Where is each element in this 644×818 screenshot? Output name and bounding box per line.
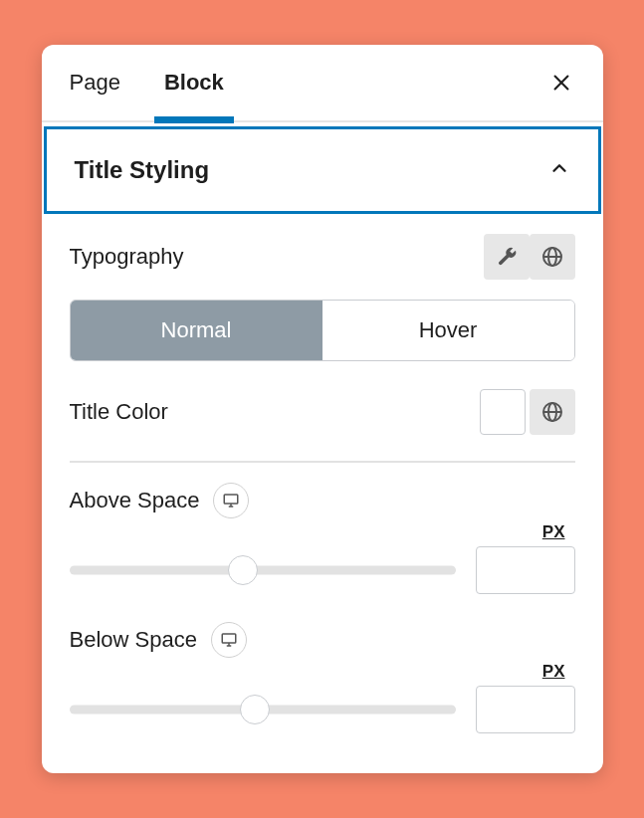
wrench-icon (496, 246, 518, 268)
typography-global-button[interactable] (530, 234, 575, 280)
above-space-slider[interactable] (70, 554, 456, 586)
above-space-unit[interactable]: PX (542, 522, 575, 542)
above-space-control: Above Space PX (70, 483, 575, 594)
segment-hover[interactable]: Hover (322, 301, 574, 360)
slider-thumb[interactable] (240, 695, 270, 724)
globe-icon (540, 245, 564, 269)
slider-thumb[interactable] (228, 555, 258, 585)
above-space-device-button[interactable] (213, 483, 249, 518)
svg-rect-4 (225, 495, 239, 504)
below-space-label: Below Space (70, 627, 197, 653)
typography-settings-button[interactable] (484, 234, 530, 280)
svg-rect-5 (222, 634, 236, 643)
divider (70, 461, 575, 463)
segment-normal[interactable]: Normal (71, 301, 322, 360)
title-color-label: Title Color (70, 399, 168, 425)
tab-page[interactable]: Page (66, 45, 124, 121)
below-space-slider[interactable] (70, 694, 456, 725)
tab-block[interactable]: Block (160, 45, 228, 121)
section-title-label: Title Styling (75, 156, 210, 184)
globe-icon (540, 400, 564, 424)
typography-label: Typography (70, 244, 184, 270)
below-space-unit[interactable]: PX (542, 662, 575, 682)
close-button[interactable] (543, 65, 579, 101)
title-color-swatch[interactable] (480, 389, 526, 435)
chevron-up-icon (548, 157, 570, 183)
section-body: Typography Normal Hover Title Color (42, 214, 603, 773)
slider-track (70, 565, 456, 574)
close-icon (550, 72, 572, 94)
below-space-control: Below Space PX (70, 622, 575, 733)
below-space-device-button[interactable] (211, 622, 247, 658)
below-space-input[interactable] (476, 686, 575, 733)
above-space-label: Above Space (70, 488, 200, 513)
title-color-global-button[interactable] (530, 389, 575, 435)
settings-panel: Page Block Title Styling Typography Norm… (42, 45, 603, 773)
typography-tools (484, 234, 575, 280)
section-title-styling[interactable]: Title Styling (44, 126, 601, 214)
title-color-row: Title Color (70, 389, 575, 435)
desktop-icon (222, 492, 240, 510)
desktop-icon (220, 631, 238, 649)
typography-row: Typography (70, 234, 575, 280)
state-segmented: Normal Hover (70, 300, 575, 361)
above-space-input[interactable] (476, 546, 575, 594)
tabs: Page Block (42, 45, 603, 122)
